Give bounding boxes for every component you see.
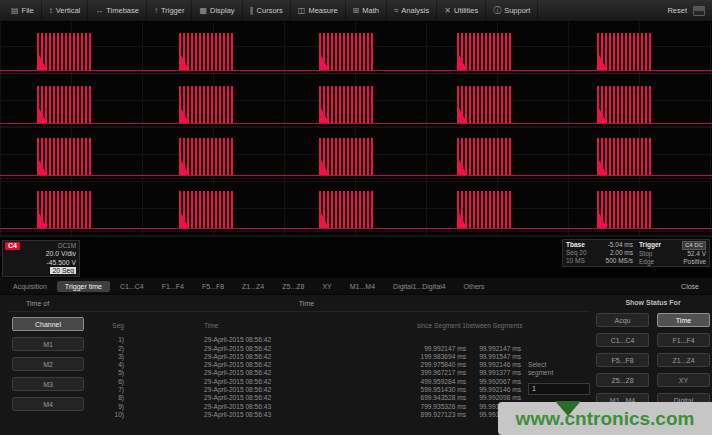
- menu-file[interactable]: ▤File: [4, 0, 42, 21]
- status-button-row: Z5...Z8XY: [596, 373, 710, 387]
- tab-f5-f8[interactable]: F5...F8: [194, 281, 232, 292]
- menu-cursors[interactable]: ∥Cursors: [243, 0, 291, 21]
- column-header-between-segments: between Segments: [466, 322, 521, 330]
- reset-button[interactable]: Reset: [667, 6, 687, 15]
- cell-seg: 2): [92, 345, 124, 353]
- cell-time: 29-April-2015 08:56:42: [124, 336, 336, 344]
- tab-others[interactable]: Others: [456, 281, 493, 292]
- cell-since: 199.983694 ms: [336, 353, 466, 361]
- tab-f1-f4[interactable]: F1...F4: [154, 281, 192, 292]
- status-button-acqu[interactable]: Acqu: [596, 313, 649, 327]
- select-segment-field[interactable]: 1: [528, 383, 590, 395]
- menu-display[interactable]: ▦Display: [192, 0, 242, 21]
- status-button-z5-z8[interactable]: Z5...Z8: [596, 373, 649, 387]
- menu-label: File: [22, 6, 34, 15]
- timebase-icon: ↔: [95, 6, 103, 15]
- menu-label: Math: [362, 6, 379, 15]
- cell-seg: 7): [92, 386, 124, 394]
- status-button-time[interactable]: Time: [657, 313, 710, 327]
- channel-descriptor-c4[interactable]: C4 DC1M 20.0 V/div -45.500 V 20 Seg: [2, 240, 80, 277]
- timebase-trigger-box[interactable]: Tbase -5.04 ms Seq 20 2.00 ms 10 MS 500 …: [562, 239, 710, 267]
- menu-label: Timebase: [106, 6, 139, 15]
- cell-time: 29-April-2015 08:56:42: [124, 345, 336, 353]
- source-button-channel[interactable]: Channel: [12, 317, 84, 331]
- status-button-z1-z4[interactable]: Z1...Z4: [657, 353, 710, 367]
- waveform-burst-segment: [179, 138, 233, 175]
- column-header-since-segment-1: since Segment 1: [336, 322, 466, 330]
- channel-segments: 20 Seg: [50, 267, 76, 274]
- source-button-m4[interactable]: M4: [12, 397, 84, 411]
- table-row: 7)29-April-2015 08:56:42599.951430 ms99.…: [92, 386, 521, 394]
- time-group-header: Time: [92, 300, 521, 307]
- menu-math[interactable]: ⊞Math: [346, 0, 387, 21]
- tbase-label: Tbase: [566, 241, 585, 249]
- cell-time: 29-April-2015 08:56:43: [124, 411, 336, 419]
- waveform-burst-segment: [37, 138, 91, 175]
- status-button-xy[interactable]: XY: [657, 373, 710, 387]
- menu-support[interactable]: ⓘSupport: [486, 0, 538, 21]
- watermark: www.cntronics.com: [498, 402, 712, 435]
- trigger-label: Trigger: [639, 241, 661, 250]
- time-of-label: Time of: [26, 300, 49, 307]
- vertical-icon: ↕: [49, 6, 53, 15]
- cell-seg: 4): [92, 361, 124, 369]
- cell-seg: 1): [92, 336, 124, 344]
- cell-since: [336, 336, 466, 344]
- waveform-burst-segment: [319, 33, 373, 70]
- table-row: 9)29-April-2015 08:56:43799.935326 ms99.…: [92, 403, 521, 411]
- cell-seg: 8): [92, 394, 124, 402]
- cell-btw: 99.992067 ms: [466, 378, 521, 386]
- tab-digital1-digital4[interactable]: Digital1...Digital4: [385, 281, 454, 292]
- waveform-burst-segment: [319, 138, 373, 175]
- cell-seg: 3): [92, 353, 124, 361]
- status-button-f1-f4[interactable]: F1...F4: [657, 333, 710, 347]
- timebase-column: Tbase -5.04 ms Seq 20 2.00 ms 10 MS 500 …: [563, 240, 636, 266]
- trace-baseline: [0, 175, 712, 176]
- tab-xy[interactable]: XY: [314, 281, 339, 292]
- tab-trigger-time[interactable]: Trigger time: [57, 281, 110, 292]
- source-button-m3[interactable]: M3: [12, 377, 84, 391]
- cell-time: 29-April-2015 08:56:42: [124, 378, 336, 386]
- table-row: 6)29-April-2015 08:56:42499.959284 ms99.…: [92, 378, 521, 386]
- cell-since: 299.975840 ms: [336, 361, 466, 369]
- cell-time: 29-April-2015 08:56:42: [124, 361, 336, 369]
- tab-acquisition[interactable]: Acquisition: [5, 281, 55, 292]
- waveform-burst-segment: [37, 33, 91, 70]
- trigger-icon: ↑: [154, 6, 158, 15]
- status-button-f5-f8[interactable]: F5...F8: [596, 353, 649, 367]
- menu-trigger[interactable]: ↑Trigger: [147, 0, 192, 21]
- waveform-burst-segment: [319, 191, 373, 228]
- cell-since: 699.943528 ms: [336, 394, 466, 402]
- source-button-m1[interactable]: M1: [12, 337, 84, 351]
- math-icon: ⊞: [353, 6, 360, 15]
- cell-since: 899.927123 ms: [336, 411, 466, 419]
- tab-z5-z8[interactable]: Z5...Z8: [274, 281, 312, 292]
- menu-label: Display: [210, 6, 235, 15]
- cell-time: 29-April-2015 08:56:42: [124, 386, 336, 394]
- table-row: 5)29-April-2015 08:56:42399.967217 ms99.…: [92, 369, 521, 377]
- close-button[interactable]: Close: [672, 281, 708, 292]
- menu-items: ▤File↕Vertical↔Timebase↑Trigger▦Display∥…: [4, 0, 538, 21]
- status-button-c1-c4[interactable]: C1...C4: [596, 333, 649, 347]
- channel-vdiv: 20.0 V/div: [5, 250, 76, 259]
- menu-label: Vertical: [56, 6, 81, 15]
- cursors-icon: ∥: [250, 6, 254, 15]
- select-segment-group: Select segment 1: [528, 361, 594, 395]
- tab-m1-m4[interactable]: M1...M4: [342, 281, 383, 292]
- menu-vertical[interactable]: ↕Vertical: [42, 0, 89, 21]
- waveform-burst-segment: [457, 138, 511, 175]
- cell-seg: 6): [92, 378, 124, 386]
- menu-right: Reset: [667, 0, 708, 21]
- menu-measure[interactable]: ◫Measure: [291, 0, 346, 21]
- tab-c1-c4[interactable]: C1...C4: [112, 281, 152, 292]
- waveform-burst-segment: [457, 33, 511, 70]
- source-button-m2[interactable]: M2: [12, 357, 84, 371]
- cell-since: 99.992147 ms: [336, 345, 466, 353]
- channel-label: C4: [5, 242, 20, 250]
- menu-utilities[interactable]: ✕Utilities: [437, 0, 486, 21]
- waveform-display[interactable]: [0, 22, 712, 237]
- menu-analysis[interactable]: ≈Analysis: [387, 0, 437, 21]
- menu-timebase[interactable]: ↔Timebase: [88, 0, 147, 21]
- tab-z1-z4[interactable]: Z1...Z4: [234, 281, 272, 292]
- waveform-burst-segment: [179, 191, 233, 228]
